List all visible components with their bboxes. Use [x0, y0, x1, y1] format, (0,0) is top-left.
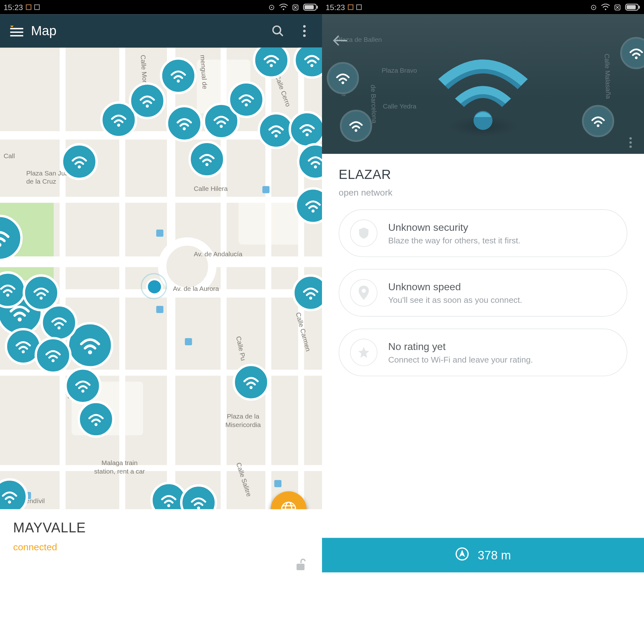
card-title: Unknown security	[388, 221, 520, 233]
transit-stop-icon	[262, 186, 269, 193]
notif-icon	[25, 4, 31, 10]
bg-street: de Barcelona	[370, 85, 378, 124]
network-type: open network	[339, 187, 627, 197]
card-title: No rating yet	[388, 341, 533, 353]
phone-detail-screen: 15:23 Plaza de Ballen Plaza Bravo Calle …	[322, 0, 644, 572]
svg-point-31	[605, 8, 606, 10]
wifi-hotspot-pin[interactable]	[129, 82, 166, 119]
info-card-security[interactable]: Unknown security Blaze the way for other…	[339, 209, 627, 257]
status-time: 15:23	[325, 3, 345, 12]
wifi-hotspot-pin[interactable]	[233, 364, 270, 401]
card-sub: Connect to Wi-Fi and leave your rating.	[388, 354, 533, 364]
transit-stop-icon	[156, 230, 164, 237]
card-sub: You'll see it as soon as you connect.	[388, 295, 522, 304]
dim-pin	[582, 105, 614, 137]
card-title: Unknown speed	[388, 281, 522, 293]
wifi-hotspot-pin[interactable]	[160, 57, 197, 94]
navigate-icon	[455, 547, 469, 564]
street-label: Plaza de la Misericordia	[225, 413, 261, 429]
info-card-rating[interactable]: No rating yet Connect to Wi-Fi and leave…	[339, 329, 627, 376]
svg-point-18	[303, 30, 305, 32]
distance-value: 378 m	[478, 548, 511, 562]
pin-icon	[350, 279, 377, 306]
overflow-menu-button[interactable]	[629, 137, 632, 150]
no-sim-icon	[291, 3, 299, 11]
battery-icon	[625, 3, 640, 11]
overflow-menu-button[interactable]	[291, 18, 317, 44]
hero-header: Plaza de Ballen Plaza Bravo Calle Yedra …	[322, 14, 644, 154]
svg-point-15	[273, 26, 280, 34]
wifi-hotspot-pin[interactable]	[64, 367, 102, 404]
wifi-hotspot-pin[interactable]	[228, 81, 265, 118]
svg-rect-0	[26, 5, 31, 9]
svg-rect-37	[639, 6, 640, 9]
notif-icon	[347, 4, 353, 10]
menu-button[interactable]	[5, 19, 29, 43]
svg-line-16	[280, 33, 283, 36]
svg-rect-10	[317, 6, 318, 9]
wifi-hotspot-pin[interactable]	[0, 478, 28, 509]
transit-stop-icon	[274, 480, 281, 487]
gps-icon	[590, 3, 597, 11]
street-label: Calle Hilera	[194, 185, 228, 192]
unlock-icon	[295, 558, 307, 573]
status-time: 15:23	[3, 3, 23, 12]
wifi-hotspot-pin[interactable]	[289, 111, 322, 148]
svg-rect-26	[297, 564, 304, 570]
wifi-hotspot-pin[interactable]	[180, 484, 217, 509]
wifi-hotspot-pin[interactable]	[292, 274, 322, 311]
star-icon	[350, 339, 377, 366]
no-sim-icon	[613, 3, 621, 11]
svg-point-43	[362, 289, 366, 293]
wifi-hotspot-pin[interactable]	[35, 337, 72, 374]
street-label: Calle Cerro	[274, 74, 292, 108]
info-card-speed[interactable]: Unknown speed You'll see it as soon as y…	[339, 269, 627, 317]
distance-bar[interactable]: 378 m	[322, 538, 644, 572]
street-label: Av. de Andalucía	[194, 250, 242, 258]
svg-rect-27	[348, 5, 353, 9]
svg-point-41	[630, 146, 632, 148]
status-bar: 15:23	[0, 0, 322, 14]
bg-street: Plaza Bravo	[382, 67, 417, 74]
svg-rect-28	[356, 5, 361, 9]
bg-street: Calle Malasaña	[603, 53, 612, 99]
transit-stop-icon	[156, 306, 164, 313]
svg-rect-36	[626, 5, 636, 9]
wifi-hotspot-pin[interactable]	[253, 48, 290, 79]
svg-point-40	[630, 141, 632, 144]
bg-street: Calle Yedra	[383, 103, 416, 110]
wifi-hotspot-pin[interactable]	[78, 401, 115, 438]
svg-point-4	[283, 8, 284, 10]
svg-point-17	[303, 25, 305, 28]
svg-point-3	[271, 7, 272, 8]
network-name: MAYVALLE	[13, 520, 309, 536]
detail-body: ELAZAR open network Unknown security Bla…	[322, 154, 644, 376]
dim-pin	[620, 37, 644, 69]
wifi-hotspot-pin[interactable]	[166, 105, 203, 142]
wifi-hotspot-pin[interactable]	[41, 304, 78, 341]
street-label: Malaga train station, rent a car	[94, 459, 145, 475]
map-view[interactable]: Calle Monte mengual de Calle Cerro Call …	[0, 48, 322, 509]
transit-stop-icon	[185, 338, 192, 345]
page-title: Map	[31, 23, 265, 39]
wifi-hotspot-pin[interactable]	[61, 143, 98, 180]
svg-rect-9	[304, 5, 314, 9]
search-button[interactable]	[265, 18, 291, 44]
wifi-hotspot-pin[interactable]	[188, 141, 225, 178]
dim-pin	[327, 62, 359, 94]
svg-point-39	[630, 137, 632, 140]
card-sub: Blaze the way for others, test it first.	[388, 235, 520, 245]
gps-icon	[268, 3, 275, 11]
svg-point-30	[593, 7, 594, 8]
network-name: ELAZAR	[339, 167, 627, 182]
svg-rect-1	[34, 5, 39, 9]
notif-icon	[356, 4, 362, 10]
back-button[interactable]	[333, 35, 348, 49]
wifi-hotspot-pin[interactable]	[293, 48, 322, 79]
status-bar: 15:23	[322, 0, 644, 14]
bottom-sheet[interactable]: MAYVALLE connected	[0, 509, 322, 572]
network-status: connected	[13, 542, 309, 553]
street-label: Call	[3, 152, 15, 159]
svg-point-19	[303, 34, 305, 37]
dim-pin	[340, 110, 372, 142]
